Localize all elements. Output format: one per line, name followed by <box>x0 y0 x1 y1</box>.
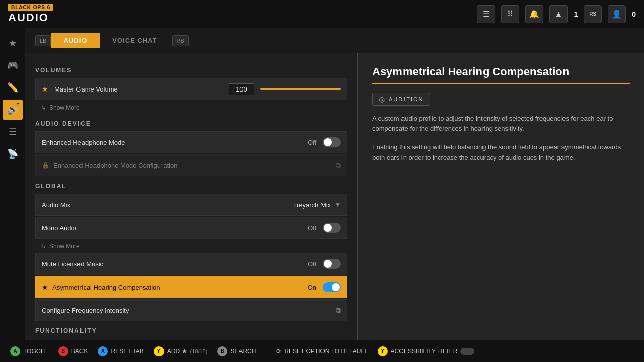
back-label: BACK <box>71 348 88 355</box>
search-button[interactable]: B SEARCH <box>217 346 256 356</box>
audition-badge: ◎ AUDITION <box>372 93 430 106</box>
right-trigger: RB <box>172 35 189 46</box>
mute-music-toggle[interactable] <box>323 259 341 269</box>
notification-count: 1 <box>574 10 578 18</box>
reset-option-icon: ⟳ <box>276 348 281 355</box>
indent-icon-2: ↳ <box>41 243 46 250</box>
audio-badge: T <box>15 101 22 108</box>
settings-panel: VOLUMES ★ Master Game Volume 100 ↳ Show … <box>25 53 357 340</box>
audio-mix-row[interactable]: Audio Mix Treyarch Mix ▼ <box>35 194 347 216</box>
rb-search-icon: B <box>217 346 227 356</box>
master-volume-row[interactable]: ★ Master Game Volume 100 <box>35 78 347 100</box>
master-volume-fill <box>260 88 341 90</box>
enhanced-headphone-label: Enhanced Headphone Mode <box>42 139 308 146</box>
volumes-section-title: VOLUMES <box>35 67 347 74</box>
configure-frequency-row[interactable]: Configure Frequency Intensity ⧉ <box>35 299 347 321</box>
audio-mix-value: Treyarch Mix <box>293 201 331 209</box>
notification-icon-btn[interactable]: 🔔 <box>525 5 543 23</box>
toggle-label: TOGGLE <box>23 348 48 355</box>
add-label: ADD ★ <box>167 348 187 355</box>
y-button-icon-access: Y <box>378 346 388 356</box>
master-volume-star: ★ <box>42 85 48 93</box>
detail-description-1: A custom audio profile to adjust the int… <box>372 114 630 135</box>
volumes-show-more[interactable]: ↳ Show More <box>35 101 347 114</box>
mono-audio-label: Mono Audio <box>42 224 308 232</box>
accessibility-label: ACCESSIBILITY FILTER <box>391 348 458 355</box>
mute-music-label: Mute Licensed Music <box>42 260 308 268</box>
tabs-bar: LB AUDIO VOICE CHAT RB <box>25 28 644 53</box>
indent-icon: ↳ <box>41 104 46 111</box>
master-volume-value: 100 <box>229 83 254 95</box>
sidebar-item-controller[interactable]: 🎮 <box>3 55 23 75</box>
asymmetrical-value: On <box>308 284 316 291</box>
top-bar: BLACK OPS 6 AUDIO ☰ ⠿ 🔔 ▲ 1 RS 👤 0 <box>0 0 644 28</box>
master-volume-slider[interactable] <box>260 88 341 90</box>
reset-tab-button[interactable]: X RESET TAB <box>98 346 143 356</box>
enhanced-headphone-config-label: 🔒 Enhanced Headphone Mode Configuration <box>42 162 336 169</box>
asymmetrical-toggle[interactable] <box>323 282 341 292</box>
toggle-button[interactable]: A TOGGLE <box>10 346 48 356</box>
mute-music-value: Off <box>308 260 316 268</box>
audio-mix-label: Audio Mix <box>42 201 293 209</box>
back-button[interactable]: B BACK <box>58 346 88 356</box>
a-button-icon: A <box>10 346 20 356</box>
section-title: AUDIO <box>8 11 53 24</box>
grid-icon-btn[interactable]: ⠿ <box>501 5 519 23</box>
enhanced-headphone-config-row[interactable]: 🔒 Enhanced Headphone Mode Configuration … <box>35 154 347 176</box>
split-view: VOLUMES ★ Master Game Volume 100 ↳ Show … <box>25 53 644 340</box>
top-icons: ☰ ⠿ 🔔 ▲ 1 RS 👤 0 <box>477 5 636 23</box>
audio-mix-dropdown[interactable]: Treyarch Mix ▼ <box>293 201 341 209</box>
user-count: 0 <box>632 10 636 18</box>
chevron-down-icon: ▼ <box>335 201 341 208</box>
functionality-section-title: FUNCTIONALITY <box>35 327 347 334</box>
mono-audio-toggle[interactable] <box>323 223 341 233</box>
detail-title: Asymmetrical Hearing Compensation <box>372 65 630 84</box>
main-layout: ★ 🎮 ✏️ 🔊 T ☰ 📡 LB AUDIO VOICE CHAT RB VO… <box>0 28 644 340</box>
rs-icon-btn[interactable]: RS <box>584 5 602 23</box>
shield-icon-btn[interactable]: ▲ <box>549 5 568 23</box>
freq-external-icon: ⧉ <box>336 306 341 315</box>
sidebar-item-network[interactable]: 📡 <box>3 144 23 164</box>
tab-voice-chat[interactable]: VOICE CHAT <box>100 33 170 48</box>
mono-audio-row[interactable]: Mono Audio Off <box>35 217 347 239</box>
add-star-button[interactable]: Y ADD ★ (10/15) <box>154 346 208 356</box>
y-button-icon-add: Y <box>154 346 164 356</box>
audio-device-section-title: AUDIO DEVICE <box>35 120 347 127</box>
reset-option-label: RESET OPTION TO DEFAULT <box>284 348 367 355</box>
profile-icon-btn[interactable]: 👤 <box>608 5 626 23</box>
left-trigger: LB <box>35 35 51 46</box>
sidebar-item-edit[interactable]: ✏️ <box>3 77 23 98</box>
master-volume-label: Master Game Volume <box>54 85 223 93</box>
enhanced-headphone-mode-row[interactable]: Enhanced Headphone Mode Off <box>35 131 347 153</box>
sidebar-item-list[interactable]: ☰ <box>3 122 23 142</box>
global-section-title: GLOBAL <box>35 183 347 190</box>
configure-freq-label: Configure Frequency Intensity <box>42 307 336 314</box>
bottom-separator <box>266 346 266 356</box>
accessibility-filter-button[interactable]: Y ACCESSIBILITY FILTER <box>378 346 475 356</box>
sidebar: ★ 🎮 ✏️ 🔊 T ☰ 📡 <box>0 28 25 340</box>
reset-option-button[interactable]: ⟳ RESET OPTION TO DEFAULT <box>276 348 367 355</box>
search-label: SEARCH <box>230 348 256 355</box>
tab-audio[interactable]: AUDIO <box>51 33 100 48</box>
mute-licensed-music-row[interactable]: Mute Licensed Music Off <box>35 253 347 275</box>
reset-tab-label: RESET TAB <box>111 348 143 355</box>
logo-area: BLACK OPS 6 AUDIO <box>8 4 53 24</box>
content-area: LB AUDIO VOICE CHAT RB VOLUMES ★ Master … <box>25 28 644 340</box>
enhanced-headphone-value: Off <box>308 139 316 146</box>
x-button-icon: X <box>98 346 108 356</box>
config-external-icon: ⧉ <box>336 161 341 170</box>
menu-icon-btn[interactable]: ☰ <box>477 5 495 23</box>
asymmetrical-label: ★ Asymmetrical Hearing Compensation <box>42 283 308 291</box>
asymmetrical-hearing-row[interactable]: ★ Asymmetrical Hearing Compensation On <box>35 276 347 298</box>
global-show-more[interactable]: ↳ Show More <box>35 240 347 253</box>
sidebar-item-audio[interactable]: 🔊 T <box>3 100 23 120</box>
enhanced-headphone-toggle[interactable] <box>323 137 341 147</box>
audition-icon: ◎ <box>379 95 386 103</box>
sidebar-item-favorites[interactable]: ★ <box>3 33 23 53</box>
bottom-bar: A TOGGLE B BACK X RESET TAB Y ADD ★ (10/… <box>0 340 644 362</box>
b-button-icon: B <box>58 346 68 356</box>
mono-audio-value: Off <box>308 224 316 232</box>
stars-count: (10/15) <box>190 348 208 354</box>
accessibility-toggle[interactable] <box>460 348 474 355</box>
asymmetrical-star: ★ <box>42 283 48 291</box>
